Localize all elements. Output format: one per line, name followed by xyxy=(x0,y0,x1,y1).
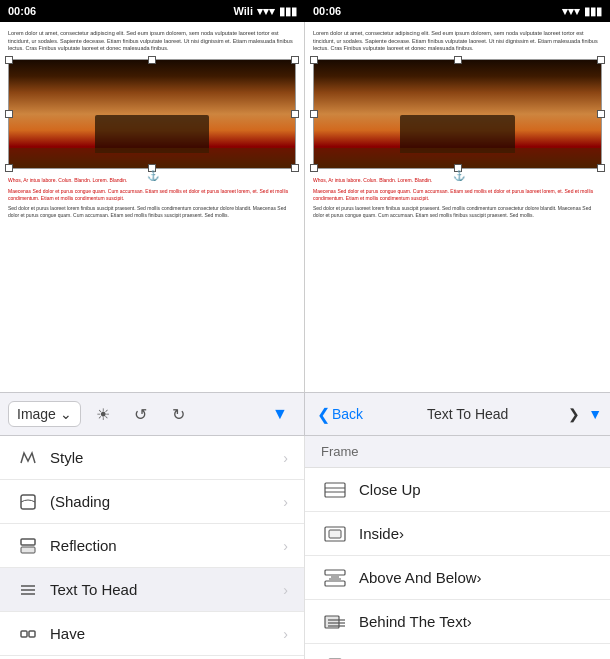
image-left[interactable] xyxy=(8,59,296,169)
text-to-head-icon xyxy=(16,578,40,602)
close-up-label: Close Up xyxy=(359,481,594,498)
handle-ml-right[interactable] xyxy=(310,110,318,118)
doc-body1-left: Maecenas Sed dolor et purus congue quam.… xyxy=(8,188,296,202)
reflection-icon xyxy=(16,534,40,558)
sub-menu-above-and-below[interactable]: Above And Below› xyxy=(305,556,610,600)
text-to-head-label: Text To Head xyxy=(50,581,283,598)
menu-item-text-to-head[interactable]: Text To Head › xyxy=(0,568,304,612)
right-panel: Frame Close Up Inside› Above And Below› xyxy=(305,436,610,659)
doc-page-left: Lorem dolor ut amet, consectetur adipisc… xyxy=(0,22,305,392)
status-bar-right: 00:06 ▾▾▾ ▮▮▮ xyxy=(305,0,610,22)
have-label: Have xyxy=(50,625,283,642)
doc-body2-left: Sed dolor et purus laoreet lorem finibus… xyxy=(8,205,296,219)
status-bar-left: 00:06 Wili ▾▾▾ ▮▮▮ xyxy=(0,0,305,22)
svg-rect-8 xyxy=(325,483,345,497)
inside-icon xyxy=(321,522,349,546)
menu-title: Text To Head xyxy=(371,406,564,422)
carrier-left: Wili xyxy=(234,5,253,17)
handle-tr-right[interactable] xyxy=(597,56,605,64)
reflection-label: Reflection xyxy=(50,537,283,554)
chevron-down-icon: ▼ xyxy=(272,405,288,423)
above-and-below-icon xyxy=(321,566,349,590)
bottom-area: Style › (Shading › Reflection › Text To … xyxy=(0,436,610,659)
doc-page-right: Lorem dolor ut amet, consectetur adipisc… xyxy=(305,22,610,392)
handle-ml-left[interactable] xyxy=(5,110,13,118)
shading-chevron: › xyxy=(283,494,288,510)
behind-the-text-icon xyxy=(321,610,349,634)
shading-icon xyxy=(16,490,40,514)
handle-tr-left[interactable] xyxy=(291,56,299,64)
handle-bl-right[interactable] xyxy=(310,164,318,172)
handle-tl-left[interactable] xyxy=(5,56,13,64)
undo-button[interactable]: ↺ xyxy=(125,398,157,430)
style-label: Style xyxy=(50,449,283,466)
handle-tm-left[interactable] xyxy=(148,56,156,64)
close-up-icon xyxy=(321,478,349,502)
handle-tl-right[interactable] xyxy=(310,56,318,64)
svg-rect-14 xyxy=(325,581,345,586)
battery-icon-left: ▮▮▮ xyxy=(279,5,297,18)
frame-label: Frame xyxy=(321,444,359,459)
toolbar-more-button[interactable]: ▼ xyxy=(264,398,296,430)
image-right[interactable] xyxy=(313,59,602,169)
handle-tm-right[interactable] xyxy=(454,56,462,64)
wifi-icon-left: ▾▾▾ xyxy=(257,5,275,18)
forward-chevron-icon: ❯ xyxy=(568,406,580,422)
back-button[interactable]: ❮ Back xyxy=(313,405,367,424)
sub-menu-close-up[interactable]: Close Up xyxy=(305,468,610,512)
dropdown-icon-right: ▼ xyxy=(588,406,602,422)
status-right-right: ▾▾▾ ▮▮▮ xyxy=(562,5,602,18)
before-the-text-icon xyxy=(321,654,349,660)
image-tool-label: Image xyxy=(17,406,56,422)
handle-mr-right[interactable] xyxy=(597,110,605,118)
toolbar-row: Image ⌄ ☀ ↺ ↻ ▼ ❮ Back Text To Head ❯ ▼ xyxy=(0,392,610,436)
menu-item-shading[interactable]: (Shading › xyxy=(0,480,304,524)
sub-menu-before-the-text[interactable]: Before The Text ✓ xyxy=(305,644,610,659)
svg-rect-1 xyxy=(21,539,35,545)
redo-icon: ↻ xyxy=(172,405,185,424)
menu-item-have[interactable]: Have › xyxy=(0,612,304,656)
move-cursor-left: ⚓ xyxy=(147,170,159,181)
doc-text-top-left: Lorem dolor ut amet, consectetur adipisc… xyxy=(8,30,296,53)
left-panel: Style › (Shading › Reflection › Text To … xyxy=(0,436,305,659)
svg-rect-0 xyxy=(21,495,35,509)
doc-body2-right: Sed dolor et purus laoreet lorem finibus… xyxy=(313,205,602,219)
redo-button[interactable]: ↻ xyxy=(163,398,195,430)
status-right-left: Wili ▾▾▾ ▮▮▮ xyxy=(234,5,297,18)
handle-br-right[interactable] xyxy=(597,164,605,172)
image-tool-select[interactable]: Image ⌄ xyxy=(8,401,81,427)
lightbulb-button[interactable]: ☀ xyxy=(87,398,119,430)
time-left: 00:06 xyxy=(8,5,36,17)
frame-section-header: Frame xyxy=(305,436,610,468)
back-label: Back xyxy=(332,406,363,422)
menu-item-style[interactable]: Style › xyxy=(0,436,304,480)
move-cursor-right: ⚓ xyxy=(453,170,465,181)
sub-menu-behind-the-text[interactable]: Behind The Text› xyxy=(305,600,610,644)
image-tool-arrow: ⌄ xyxy=(60,406,72,422)
handle-bl-left[interactable] xyxy=(5,164,13,172)
handle-br-left[interactable] xyxy=(291,164,299,172)
style-icon xyxy=(16,446,40,470)
svg-rect-6 xyxy=(21,631,27,637)
time-right: 00:06 xyxy=(313,5,341,17)
toolbar-left: Image ⌄ ☀ ↺ ↻ ▼ xyxy=(0,393,305,435)
handle-mr-left[interactable] xyxy=(291,110,299,118)
doc-body1-right: Maecenas Sed dolor et purus congue quam.… xyxy=(313,188,602,202)
svg-rect-7 xyxy=(29,631,35,637)
have-icon xyxy=(16,622,40,646)
battery-icon-right: ▮▮▮ xyxy=(584,5,602,18)
svg-rect-13 xyxy=(325,570,345,575)
text-to-head-chevron: › xyxy=(283,582,288,598)
behind-the-text-label: Behind The Text› xyxy=(359,613,594,630)
menu-item-reflection[interactable]: Reflection › xyxy=(0,524,304,568)
wifi-icon-right: ▾▾▾ xyxy=(562,5,580,18)
svg-rect-2 xyxy=(21,547,35,553)
sub-menu-inside[interactable]: Inside› xyxy=(305,512,610,556)
right-toolbar-dropdown[interactable]: ▼ xyxy=(588,406,602,422)
toolbar-right: ❮ Back Text To Head ❯ ▼ xyxy=(305,393,610,435)
back-chevron-icon: ❮ xyxy=(317,405,330,424)
have-chevron: › xyxy=(283,626,288,642)
svg-rect-12 xyxy=(329,530,341,538)
shading-label: (Shading xyxy=(50,493,283,510)
status-bar-row: 00:06 Wili ▾▾▾ ▮▮▮ 00:06 ▾▾▾ ▮▮▮ xyxy=(0,0,610,22)
